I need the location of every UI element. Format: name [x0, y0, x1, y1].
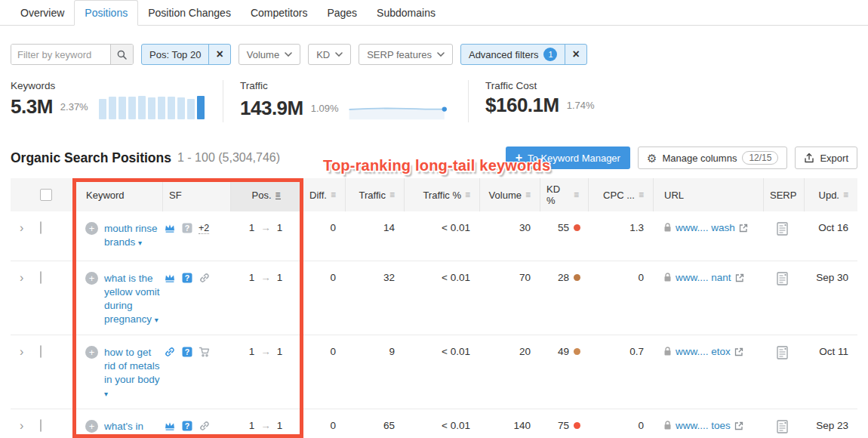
row-checkbox[interactable]	[40, 221, 42, 234]
column-header-keyword[interactable]: Keyword	[73, 178, 162, 211]
cpc-cell: 0.7	[588, 346, 653, 357]
column-header-upd[interactable]: Upd.≡	[804, 178, 857, 211]
search-button[interactable]	[110, 45, 133, 64]
columns-count-badge: 12/15	[742, 151, 778, 165]
crown-icon[interactable]	[164, 420, 176, 432]
tab-overview[interactable]: Overview	[11, 1, 74, 25]
stat-traffic-cost: Traffic Cost $160.1M 1.74%	[468, 80, 616, 122]
url-link[interactable]: www.... toes	[676, 420, 731, 431]
table-row: › + what is the yellow vomit during preg…	[11, 261, 857, 335]
expand-row-icon[interactable]: ›	[11, 346, 30, 358]
stat-keywords-value: 5.3M	[11, 95, 53, 119]
crown-icon[interactable]	[164, 272, 176, 284]
column-header-diff[interactable]: Diff.≡	[301, 178, 345, 211]
question-badge-icon[interactable]	[181, 272, 193, 284]
updated-cell: Oct 16	[804, 222, 857, 233]
add-keyword-icon[interactable]: +	[85, 420, 98, 433]
keyword-link[interactable]: what's in potatoes ▾	[104, 420, 162, 438]
diff-cell: 0	[301, 222, 345, 233]
link-icon[interactable]	[199, 272, 211, 284]
serp-snapshot-icon[interactable]	[777, 222, 788, 236]
serp-features-cell: +2	[162, 222, 230, 234]
serp-snapshot-icon[interactable]	[777, 346, 788, 359]
keyword-link[interactable]: what is the yellow vomit during pregnanc…	[104, 272, 162, 327]
column-header-volume[interactable]: Volume≡	[479, 178, 540, 211]
url-link[interactable]: www.... nant	[676, 272, 731, 283]
keyword-link[interactable]: how to get rid of metals in your body ▾	[104, 346, 162, 401]
tab-pages[interactable]: Pages	[317, 1, 367, 25]
caret-down-icon: ▾	[138, 239, 142, 247]
keyword-filter-input[interactable]	[11, 45, 110, 64]
column-header-traffic[interactable]: Traffic≡	[345, 178, 404, 211]
tab-positions[interactable]: Positions	[74, 0, 138, 26]
serp-features-dropdown[interactable]: SERP features	[359, 44, 453, 65]
add-keyword-icon[interactable]: +	[85, 346, 98, 359]
column-header-cpc[interactable]: CPC ...≡	[588, 178, 653, 211]
position-cell: 1→1	[230, 272, 301, 283]
manage-columns-button[interactable]: ⚙ Manage columns 12/15	[638, 147, 787, 169]
pos-filter-label[interactable]: Pos: Top 20	[142, 49, 208, 60]
add-keyword-icon[interactable]: +	[85, 272, 98, 285]
question-badge-icon[interactable]	[181, 222, 193, 234]
url-link[interactable]: www.... wash	[676, 222, 735, 233]
column-header-serp[interactable]: SERP	[763, 178, 804, 211]
link-icon[interactable]	[199, 420, 211, 432]
export-button[interactable]: Export	[795, 147, 857, 169]
url-link[interactable]: www.... etox	[676, 346, 731, 357]
advanced-filters-text: Advanced filters	[469, 49, 539, 60]
pos-filter-close-icon[interactable]: ×	[208, 45, 229, 64]
column-header-sf[interactable]: SF	[162, 178, 230, 211]
stat-traffic-cost-percent: 1.74%	[567, 100, 595, 111]
table-row: › + mouth rinse brands ▾ +2 1→1 0 14 < 0…	[11, 211, 857, 261]
expand-row-icon[interactable]: ›	[11, 222, 30, 234]
table-row: › + what's in potatoes ▾ 1→1 0 65 < 0.01…	[11, 409, 857, 438]
kd-difficulty-dot	[574, 422, 580, 429]
question-badge-icon[interactable]	[181, 346, 193, 358]
crown-icon[interactable]	[164, 222, 176, 234]
row-checkbox[interactable]	[40, 345, 42, 358]
column-header-url[interactable]: URL	[653, 178, 763, 211]
cpc-cell: 0	[588, 420, 653, 431]
table-header-row: Keyword SF Pos.≡ Diff.≡ Traffic≡ Traffic…	[11, 178, 857, 211]
tab-position-changes[interactable]: Position Changes	[138, 1, 241, 25]
more-features-link[interactable]: +2	[199, 223, 209, 234]
column-header-traffic-pct[interactable]: Traffic %≡	[404, 178, 479, 211]
kd-dropdown[interactable]: KD	[308, 44, 351, 65]
question-badge-icon[interactable]	[181, 420, 193, 432]
shopping-cart-icon[interactable]	[199, 346, 211, 358]
column-header-kd[interactable]: KD %≡	[540, 178, 588, 211]
serp-snapshot-icon[interactable]	[777, 272, 788, 285]
kd-difficulty-dot	[574, 224, 580, 231]
advanced-filters-label[interactable]: Advanced filters 1	[461, 48, 565, 61]
external-link-icon[interactable]	[734, 421, 743, 430]
stat-traffic-cost-label: Traffic Cost	[485, 80, 595, 91]
row-checkbox[interactable]	[40, 419, 42, 432]
tab-subdomains[interactable]: Subdomains	[367, 1, 445, 25]
stat-traffic: Traffic 143.9M 1.09%	[223, 80, 468, 122]
search-icon	[117, 50, 127, 60]
expand-row-icon[interactable]: ›	[11, 272, 30, 284]
sort-icon: ≡	[275, 191, 281, 199]
expand-row-icon[interactable]: ›	[11, 420, 30, 432]
arrow-right-icon: →	[260, 272, 271, 283]
external-link-icon[interactable]	[739, 224, 748, 233]
export-label: Export	[820, 153, 848, 164]
link-icon[interactable]	[164, 346, 176, 358]
volume-dropdown[interactable]: Volume	[239, 44, 300, 65]
advanced-filters-close-icon[interactable]: ×	[565, 45, 586, 64]
stat-keywords-label: Keywords	[11, 80, 202, 91]
external-link-icon[interactable]	[735, 273, 744, 282]
result-range: 1 - 100 (5,304,746)	[177, 151, 280, 165]
column-header-pos[interactable]: Pos.≡	[230, 178, 301, 211]
traffic-pct-cell: < 0.01	[404, 420, 479, 431]
keyword-link[interactable]: mouth rinse brands ▾	[104, 222, 162, 250]
add-keyword-icon[interactable]: +	[85, 222, 98, 235]
row-checkbox[interactable]	[40, 271, 42, 284]
stats-row: Keywords 5.3M 2.37% Traffic 143.9M 1.09%…	[11, 80, 857, 122]
cpc-cell: 1.3	[588, 222, 653, 233]
serp-snapshot-icon[interactable]	[777, 420, 788, 433]
tab-competitors[interactable]: Competitors	[241, 1, 317, 25]
gear-icon: ⚙	[647, 153, 657, 164]
select-all-checkbox[interactable]	[40, 189, 52, 201]
external-link-icon[interactable]	[734, 347, 743, 356]
